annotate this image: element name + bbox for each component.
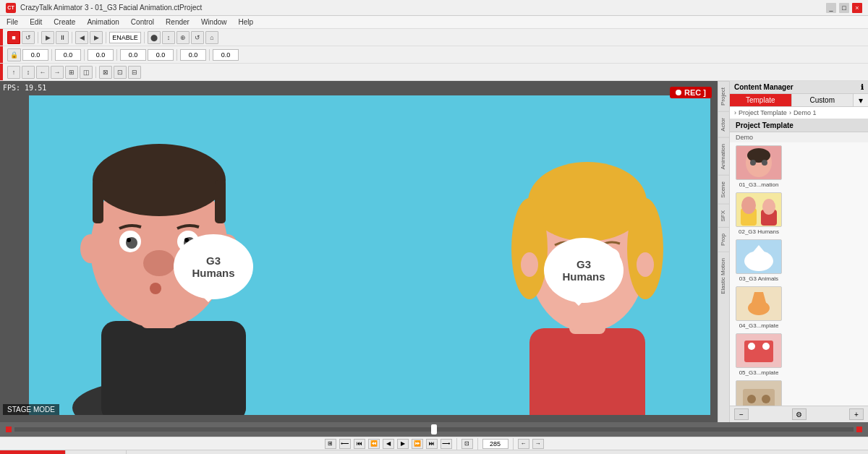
move-vert-btn[interactable]: ↕ — [22, 66, 35, 79]
thumb-row-3: 03_G3 Animals — [733, 239, 865, 282]
step-back-button[interactable]: ⏪ — [368, 439, 380, 449]
step-fwd-button[interactable]: ⏩ — [412, 439, 423, 449]
content-manager-info-icon[interactable]: ℹ — [861, 83, 864, 91]
rec-dot — [676, 90, 681, 95]
bottom-tab-scene-manager[interactable]: Scene Manager — [66, 450, 127, 454]
breadcrumb-project-template[interactable]: Project Template — [739, 109, 787, 116]
move-up-btn[interactable]: ↑ — [7, 66, 20, 79]
close-button[interactable]: × — [852, 3, 862, 13]
side-tab-project[interactable]: Project — [718, 81, 729, 111]
side-tab-elastic[interactable]: Elastic Motion — [718, 252, 729, 300]
frame-value-input[interactable]: 285 — [482, 439, 509, 449]
grid-view-button[interactable]: ⊡ — [461, 439, 473, 449]
move-left-btn[interactable]: ← — [36, 66, 49, 79]
project-template-header: Project Template — [730, 119, 868, 132]
go-start-button[interactable]: ⏮ — [354, 439, 365, 449]
main-area: FPS: 19.51 REC ] — [0, 81, 868, 422]
split-btn[interactable]: ◫ — [80, 66, 93, 79]
menu-render[interactable]: Render — [163, 17, 192, 27]
undo-button[interactable]: ↺ — [22, 31, 35, 44]
x-input[interactable] — [22, 49, 48, 61]
thumb-item-2[interactable]: 02_G3 Humans — [736, 192, 782, 235]
svg-point-22 — [627, 198, 663, 299]
side-tab-animation[interactable]: Animation — [718, 137, 729, 176]
tb-sep-1 — [51, 49, 52, 61]
thumb-item-6[interactable]: 06_Bon...ngs — [736, 380, 782, 406]
tb-sep-2 — [84, 49, 85, 61]
move-right-btn[interactable]: → — [51, 66, 64, 79]
cm-settings-btn[interactable]: ⚙ — [792, 408, 807, 420]
loop-button[interactable]: ⊞ — [325, 439, 336, 449]
prev-frame-button[interactable]: ◀ — [75, 31, 88, 44]
z-input[interactable] — [88, 49, 114, 61]
breadcrumb-demo[interactable]: Demo 1 — [793, 109, 817, 116]
cm-tab-template[interactable]: Template — [730, 94, 792, 106]
minus-btn[interactable]: ⊟ — [128, 66, 141, 79]
select-btn[interactable]: ⊠ — [99, 66, 112, 79]
window-controls[interactable]: _ □ × — [826, 3, 862, 13]
vol-right-button[interactable]: → — [532, 439, 544, 449]
prev-range-button[interactable]: ⟵ — [339, 439, 351, 449]
add-button[interactable]: ⊕ — [176, 31, 190, 44]
pause-button[interactable]: ⏸ — [56, 31, 69, 44]
svg-point-34 — [747, 148, 770, 163]
cm-plus-btn[interactable]: + — [849, 408, 864, 420]
rec-badge: REC ] — [670, 87, 712, 98]
ry-input[interactable] — [148, 49, 174, 61]
bottom-tab-content-manager[interactable]: Content Manager — [0, 450, 66, 454]
next-frame-button[interactable]: ▶ — [90, 31, 103, 44]
menu-control[interactable]: Control — [129, 17, 156, 27]
window-title: CrazyTalk Animator 3 - 01_G3 Facial Anim… — [20, 4, 202, 12]
menu-animation[interactable]: Animation — [85, 17, 121, 27]
menu-help[interactable]: Help — [236, 17, 255, 27]
record-button[interactable]: ⬤ — [148, 31, 161, 44]
time-input[interactable] — [213, 49, 239, 61]
play-button[interactable]: ▶ — [41, 31, 54, 44]
timeline-bar[interactable] — [14, 427, 854, 432]
vol-left-button[interactable]: ← — [518, 439, 529, 449]
cm-tab-arrow[interactable]: ▾ — [854, 94, 868, 106]
go-end-button[interactable]: ⏭ — [426, 439, 438, 449]
menu-file[interactable]: File — [4, 17, 20, 27]
svg-rect-17 — [529, 328, 645, 415]
rx-input[interactable] — [120, 49, 146, 61]
grid-btn[interactable]: ⊞ — [65, 66, 78, 79]
timeline-end-marker[interactable] — [856, 427, 862, 432]
cm-tabs: Template Custom ▾ — [730, 94, 868, 107]
toolbar-red-btn[interactable]: ■ — [7, 31, 20, 44]
menu-edit[interactable]: Edit — [27, 17, 44, 27]
cm-tab-custom[interactable]: Custom — [792, 94, 854, 106]
scale-input[interactable] — [180, 49, 206, 61]
side-tab-sfx[interactable]: SFX — [718, 204, 729, 228]
play2-button[interactable]: ▶ — [397, 439, 409, 449]
lock-btn[interactable]: 🔒 — [7, 48, 21, 61]
side-tabs: Project Actor Animation Scene SFX Prop E… — [718, 81, 729, 422]
thumb-item-3[interactable]: 03_G3 Animals — [736, 239, 782, 282]
thumb-item-1[interactable]: 01_G3...mation — [736, 145, 782, 188]
maximize-button[interactable]: □ — [839, 3, 849, 13]
tb-sep-5 — [209, 49, 210, 61]
reset-button[interactable]: ↺ — [191, 31, 204, 44]
side-tab-actor[interactable]: Actor — [718, 111, 729, 137]
side-tab-scene[interactable]: Scene — [718, 175, 729, 204]
deselect-btn[interactable]: ⊡ — [114, 66, 127, 79]
svg-rect-45 — [744, 340, 773, 362]
menu-create[interactable]: Create — [51, 17, 77, 27]
y-input[interactable] — [55, 49, 81, 61]
next-range-button[interactable]: ⟶ — [441, 439, 452, 449]
svg-point-9 — [127, 238, 131, 242]
rec-label: REC ] — [684, 88, 706, 97]
timeline-start-marker[interactable] — [6, 427, 12, 432]
cm-minus-btn[interactable]: − — [734, 408, 749, 420]
home-button[interactable]: ⌂ — [205, 31, 218, 44]
step-back2-button[interactable]: ◀ — [383, 439, 394, 449]
thumb-item-4[interactable]: 04_G3...mplate — [736, 286, 782, 329]
frame-input[interactable] — [109, 32, 141, 43]
thumb-item-5[interactable]: 05_G3...mplate — [736, 333, 782, 376]
side-tab-prop[interactable]: Prop — [718, 227, 729, 252]
import-motion-button[interactable]: ↕ — [162, 31, 175, 44]
minimize-button[interactable]: _ — [826, 3, 836, 13]
transport-sep-1 — [456, 438, 457, 450]
menu-window[interactable]: Window — [199, 17, 229, 27]
thumb-row-4: 04_G3...mplate — [733, 286, 865, 329]
